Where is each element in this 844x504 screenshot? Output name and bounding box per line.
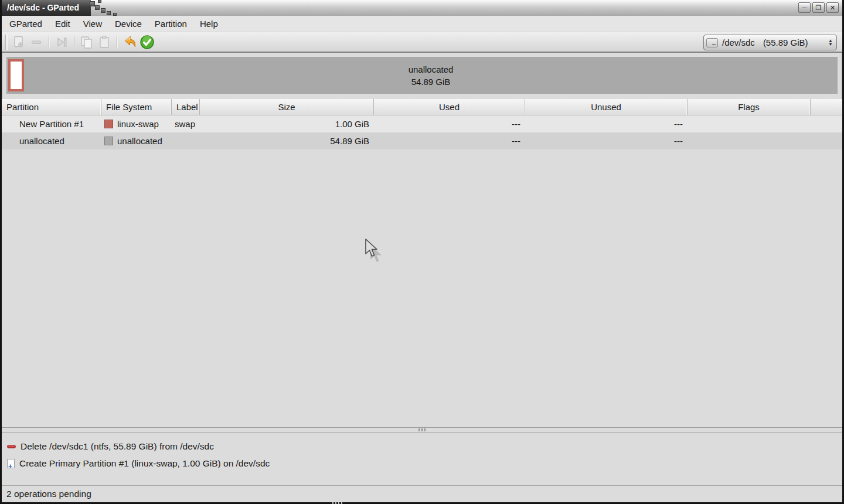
operation-text: Delete /dev/sdc1 (ntfs, 55.89 GiB) from … xyxy=(21,441,214,452)
table-row-new-partition[interactable]: New Partition #1 linux-swap swap 1.00 Gi… xyxy=(2,115,842,132)
filesystem-cell: linux-swap xyxy=(101,119,172,129)
col-label: Label xyxy=(172,99,200,115)
delete-partition-button[interactable] xyxy=(28,33,45,51)
filesystem-cell: unallocated xyxy=(101,136,172,146)
filesystem-color-chip xyxy=(104,120,113,128)
toolbar-drag-handle[interactable] xyxy=(5,35,8,50)
filesystem-name: unallocated xyxy=(117,136,162,146)
menu-edit[interactable]: Edit xyxy=(49,16,77,32)
device-path: /dev/sdc xyxy=(722,38,755,47)
window-title: /dev/sdc - GParted xyxy=(2,0,91,16)
col-flags: Flags xyxy=(688,99,811,115)
unallocated-label: unallocated xyxy=(409,63,454,76)
titlebar-decoration xyxy=(90,0,137,16)
spinner-arrows-icon: ▲▼ xyxy=(828,39,833,46)
operation-text: Create Primary Partition #1 (linux-swap,… xyxy=(19,458,270,469)
copy-partition-icon xyxy=(79,35,94,49)
close-button[interactable]: ✕ xyxy=(826,2,839,13)
pending-operations-status: 2 operations pending xyxy=(6,489,91,499)
delete-partition-icon xyxy=(29,35,43,49)
operation-item: + Create Primary Partition #1 (linux-swa… xyxy=(2,455,842,472)
col-filesystem: File System xyxy=(101,99,172,115)
partition-size: 1.00 GiB xyxy=(200,119,374,129)
paste-partition-button[interactable] xyxy=(96,33,113,51)
create-operation-icon: + xyxy=(7,459,15,468)
partition-used: --- xyxy=(374,136,525,146)
menubar: GParted Edit View Device Partition Help xyxy=(2,16,842,32)
disk-visual-area: unallocated 54.89 GiB xyxy=(2,53,842,99)
new-partition-button[interactable] xyxy=(10,33,28,51)
undo-icon xyxy=(122,35,137,50)
table-row-unallocated[interactable]: unallocated unallocated 54.89 GiB --- --… xyxy=(2,132,842,149)
apply-button[interactable] xyxy=(138,33,156,51)
gparted-window: /dev/sdc - GParted ─ ❐ ✕ GParted Edit Vi… xyxy=(0,0,844,504)
toolbar-separator xyxy=(74,36,74,49)
menu-view[interactable]: View xyxy=(77,16,108,32)
titlebar[interactable]: /dev/sdc - GParted ─ ❐ ✕ xyxy=(2,0,842,16)
operation-item: Delete /dev/sdc1 (ntfs, 55.89 GiB) from … xyxy=(2,438,842,455)
col-unused: Unused xyxy=(525,99,688,115)
disk-drive-icon xyxy=(706,38,718,47)
copy-partition-button[interactable] xyxy=(78,33,96,51)
col-used: Used xyxy=(374,99,525,115)
partition-unused: --- xyxy=(525,119,688,129)
filesystem-name: linux-swap xyxy=(117,119,159,129)
partition-used: --- xyxy=(374,119,525,129)
device-selector[interactable]: /dev/sdc (55.89 GiB) ▲▼ xyxy=(703,35,837,50)
delete-operation-icon xyxy=(7,445,16,448)
col-stub xyxy=(811,99,842,115)
partition-table-header: Partition File System Label Size Used Un… xyxy=(2,99,842,115)
apply-icon xyxy=(139,35,155,50)
filesystem-color-chip xyxy=(104,137,113,145)
partition-size: 54.89 GiB xyxy=(200,136,374,146)
minimize-icon: ─ xyxy=(802,5,807,11)
partition-label: swap xyxy=(172,119,200,129)
partition-name: New Partition #1 xyxy=(2,119,101,129)
close-icon: ✕ xyxy=(830,5,835,11)
new-partition-icon xyxy=(12,35,26,49)
menu-gparted[interactable]: GParted xyxy=(3,16,49,32)
maximize-button[interactable]: ❐ xyxy=(812,2,825,13)
menu-device[interactable]: Device xyxy=(108,16,148,32)
pane-splitter[interactable] xyxy=(2,427,842,433)
resize-move-icon xyxy=(55,35,69,49)
partition-unused: --- xyxy=(525,136,688,146)
device-size: (55.89 GiB) xyxy=(763,38,808,47)
menu-help[interactable]: Help xyxy=(193,16,224,32)
resize-move-button[interactable] xyxy=(53,33,70,51)
undo-button[interactable] xyxy=(121,33,138,51)
menu-partition[interactable]: Partition xyxy=(148,16,193,32)
partition-name: unallocated xyxy=(2,136,101,146)
paste-partition-icon xyxy=(97,35,111,49)
toolbar-separator xyxy=(117,36,117,49)
toolbar: /dev/sdc (55.89 GiB) ▲▼ xyxy=(2,32,842,53)
maximize-icon: ❐ xyxy=(816,5,822,11)
col-size: Size xyxy=(200,99,374,115)
table-empty-area xyxy=(2,149,842,427)
unallocated-partition-block[interactable]: unallocated 54.89 GiB xyxy=(24,57,838,94)
swap-partition-block[interactable] xyxy=(8,59,24,91)
col-partition: Partition xyxy=(2,99,101,115)
unallocated-size: 54.89 GiB xyxy=(411,76,451,88)
disk-bar: unallocated 54.89 GiB xyxy=(6,57,838,94)
toolbar-separator xyxy=(49,36,49,49)
status-bar: 2 operations pending xyxy=(2,485,842,502)
minimize-button[interactable]: ─ xyxy=(798,2,811,13)
operations-pane: Delete /dev/sdc1 (ntfs, 55.89 GiB) from … xyxy=(2,433,842,485)
